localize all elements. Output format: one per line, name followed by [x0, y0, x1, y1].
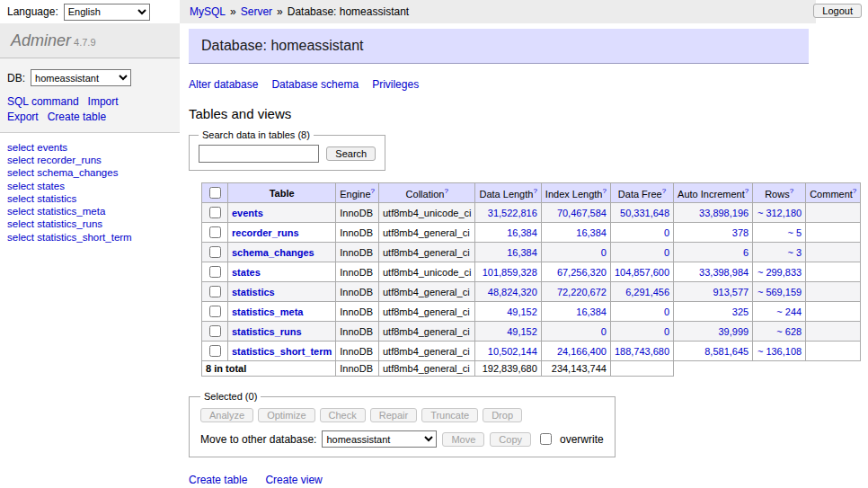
- help-link[interactable]: ?: [790, 187, 793, 195]
- overwrite-checkbox[interactable]: [540, 433, 552, 445]
- data-free-link[interactable]: 104,857,600: [615, 267, 669, 278]
- sidebar-item-select-statistics[interactable]: select statistics: [7, 193, 173, 205]
- logo-link[interactable]: Adminer: [11, 31, 71, 49]
- create-table-sidebar-link[interactable]: Create table: [48, 111, 106, 123]
- rows-count-link[interactable]: ~ 628: [776, 326, 802, 337]
- analyze-button[interactable]: Analyze: [200, 408, 253, 422]
- table-name-link[interactable]: schema_changes: [232, 247, 314, 258]
- export-link[interactable]: Export: [7, 111, 39, 123]
- data-length-link[interactable]: 16,384: [507, 227, 537, 238]
- index-length-link[interactable]: 24,166,400: [557, 346, 607, 357]
- table-name-link[interactable]: states: [232, 267, 261, 278]
- data-length-link[interactable]: 16,384: [507, 247, 537, 258]
- table-name-link[interactable]: recorder_runs: [232, 227, 299, 238]
- row-checkbox[interactable]: [209, 246, 221, 258]
- select-all-checkbox[interactable]: [209, 187, 221, 199]
- index-length-link[interactable]: 16,384: [576, 227, 607, 238]
- sidebar-item-select-statistics-short-term[interactable]: select statistics_short_term: [7, 232, 173, 244]
- breadcrumb-mysql-link[interactable]: MySQL: [190, 5, 226, 18]
- search-button[interactable]: Search: [326, 146, 376, 161]
- breadcrumb-server-link[interactable]: Server: [241, 5, 272, 18]
- table-name-link[interactable]: statistics_runs: [232, 326, 302, 337]
- sidebar-item-select-statistics-runs[interactable]: select statistics_runs: [7, 218, 173, 230]
- data-length-link[interactable]: 49,152: [507, 326, 537, 337]
- optimize-button[interactable]: Optimize: [258, 408, 314, 422]
- truncate-button[interactable]: Truncate: [421, 408, 478, 422]
- index-length-link[interactable]: 0: [601, 326, 607, 337]
- repair-button[interactable]: Repair: [370, 408, 417, 422]
- auto-increment-link[interactable]: 325: [732, 306, 748, 317]
- sql-command-link[interactable]: SQL command: [7, 95, 79, 108]
- auto-increment-link[interactable]: 378: [732, 227, 748, 238]
- move-button[interactable]: Move: [442, 432, 484, 447]
- sidebar-item-select-states[interactable]: select states: [7, 181, 173, 192]
- row-checkbox[interactable]: [209, 286, 221, 297]
- auto-increment-link[interactable]: 33,398,984: [699, 267, 748, 278]
- privileges-link[interactable]: Privileges: [372, 78, 419, 91]
- rows-count-link[interactable]: ~ 5: [788, 227, 802, 238]
- check-button[interactable]: Check: [320, 408, 366, 422]
- data-length-link[interactable]: 31,522,816: [488, 208, 537, 218]
- db-select[interactable]: homeassistant: [31, 69, 131, 86]
- row-checkbox[interactable]: [209, 207, 221, 218]
- data-free-link[interactable]: 0: [664, 306, 669, 317]
- index-length-link[interactable]: 72,220,672: [557, 287, 607, 297]
- data-length-link[interactable]: 101,859,328: [483, 267, 537, 278]
- auto-increment-link[interactable]: 39,999: [719, 326, 749, 337]
- data-length-link[interactable]: 48,824,320: [488, 287, 537, 297]
- help-link[interactable]: ?: [662, 187, 666, 195]
- sidebar-item-select-schema-changes[interactable]: select schema_changes: [7, 167, 173, 179]
- language-select[interactable]: English: [64, 4, 150, 21]
- drop-button[interactable]: Drop: [483, 408, 522, 422]
- table-name-link[interactable]: events: [232, 208, 263, 218]
- auto-increment-link[interactable]: 6: [743, 247, 748, 258]
- help-link[interactable]: ?: [602, 187, 606, 195]
- table-name-link[interactable]: statistics_meta: [232, 306, 304, 317]
- row-checkbox[interactable]: [209, 266, 221, 278]
- help-link[interactable]: ?: [853, 187, 856, 195]
- help-link[interactable]: ?: [745, 187, 748, 195]
- auto-increment-link[interactable]: 33,898,196: [699, 208, 748, 218]
- auto-increment-link[interactable]: 913,577: [713, 287, 748, 297]
- sidebar-item-select-events[interactable]: select events: [7, 142, 173, 154]
- data-free-link[interactable]: 188,743,680: [615, 346, 669, 357]
- table-name-link[interactable]: statistics: [232, 287, 275, 297]
- database-schema-link[interactable]: Database schema: [271, 78, 359, 91]
- rows-count-link[interactable]: ~ 569,159: [757, 287, 802, 297]
- index-length-link[interactable]: 0: [601, 247, 607, 258]
- row-checkbox[interactable]: [209, 325, 221, 337]
- table-name-link[interactable]: statistics_short_term: [232, 346, 332, 357]
- sidebar-item-select-recorder-runs[interactable]: select recorder_runs: [7, 155, 173, 166]
- rows-count-link[interactable]: ~ 136,108: [757, 346, 802, 357]
- index-length-link[interactable]: 16,384: [576, 306, 607, 317]
- logout-button[interactable]: Logout: [813, 4, 862, 18]
- index-length-link[interactable]: 67,256,320: [557, 267, 607, 278]
- data-free-link[interactable]: 0: [664, 247, 669, 258]
- data-free-link[interactable]: 6,291,456: [625, 287, 669, 297]
- alter-database-link[interactable]: Alter database: [189, 78, 258, 91]
- search-input[interactable]: [199, 145, 319, 163]
- data-free-link[interactable]: 50,331,648: [620, 208, 669, 218]
- copy-button[interactable]: Copy: [490, 432, 531, 447]
- import-link[interactable]: Import: [88, 95, 119, 108]
- row-checkbox[interactable]: [209, 345, 221, 357]
- help-link[interactable]: ?: [444, 187, 447, 195]
- rows-count-link[interactable]: ~ 312,180: [757, 208, 802, 218]
- rows-count-link[interactable]: ~ 244: [776, 306, 802, 317]
- rows-count-link[interactable]: ~ 3: [788, 247, 802, 258]
- help-link[interactable]: ?: [371, 187, 375, 195]
- index-length-link[interactable]: 70,467,584: [557, 208, 607, 218]
- create-view-link[interactable]: Create view: [265, 474, 322, 486]
- data-length-link[interactable]: 10,502,144: [488, 346, 537, 357]
- row-checkbox[interactable]: [209, 226, 221, 238]
- row-checkbox[interactable]: [209, 306, 221, 317]
- move-db-select[interactable]: homeassistant: [322, 430, 437, 448]
- auto-increment-link[interactable]: 8,581,645: [704, 346, 748, 357]
- help-link[interactable]: ?: [533, 187, 536, 195]
- create-table-link[interactable]: Create table: [189, 474, 247, 486]
- rows-count-link[interactable]: ~ 299,833: [757, 267, 802, 278]
- data-length-link[interactable]: 49,152: [507, 306, 537, 317]
- data-free-link[interactable]: 0: [664, 227, 669, 238]
- sidebar-item-select-statistics-meta[interactable]: select statistics_meta: [7, 206, 173, 217]
- data-free-link[interactable]: 0: [664, 326, 669, 337]
